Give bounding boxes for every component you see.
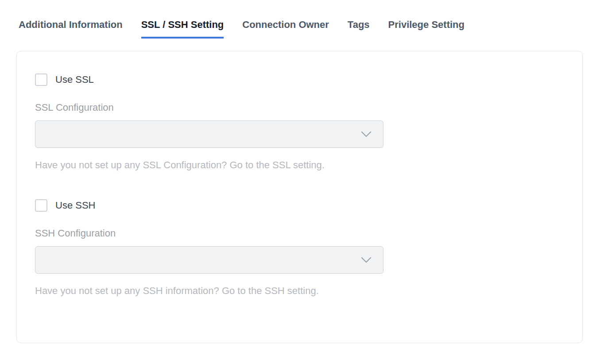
tab-additional-information[interactable]: Additional Information bbox=[19, 19, 123, 39]
use-ssh-checkbox[interactable] bbox=[35, 199, 47, 212]
use-ssl-checkbox[interactable] bbox=[35, 74, 47, 86]
ssh-configuration-label: SSH Configuration bbox=[35, 228, 383, 239]
use-ssl-label: Use SSL bbox=[55, 74, 94, 85]
use-ssh-label: Use SSH bbox=[55, 200, 95, 211]
ssl-section: Use SSL SSL Configuration Have you not s… bbox=[35, 74, 383, 174]
tab-connection-owner[interactable]: Connection Owner bbox=[242, 19, 329, 39]
tab-privilege-setting[interactable]: Privilege Setting bbox=[388, 19, 465, 39]
tab-ssl-ssh-setting[interactable]: SSL / SSH Setting bbox=[141, 19, 224, 39]
ssl-configuration-select[interactable] bbox=[35, 120, 383, 148]
ssl-helper-text: Have you not set up any SSL Configuratio… bbox=[35, 156, 363, 174]
ssh-helper-text: Have you not set up any SSH information?… bbox=[35, 282, 363, 300]
tab-bar: Additional Information SSL / SSH Setting… bbox=[0, 0, 604, 39]
use-ssl-row: Use SSL bbox=[35, 74, 383, 86]
ssh-configuration-select[interactable] bbox=[35, 246, 383, 274]
ssl-configuration-label: SSL Configuration bbox=[35, 102, 383, 113]
use-ssh-row: Use SSH bbox=[35, 199, 383, 212]
ssh-section: Use SSH SSH Configuration Have you not s… bbox=[35, 199, 383, 300]
chevron-down-icon bbox=[361, 131, 372, 137]
chevron-down-icon bbox=[361, 257, 372, 263]
tab-tags[interactable]: Tags bbox=[348, 19, 370, 39]
ssl-ssh-settings-card: Use SSL SSL Configuration Have you not s… bbox=[16, 51, 583, 343]
